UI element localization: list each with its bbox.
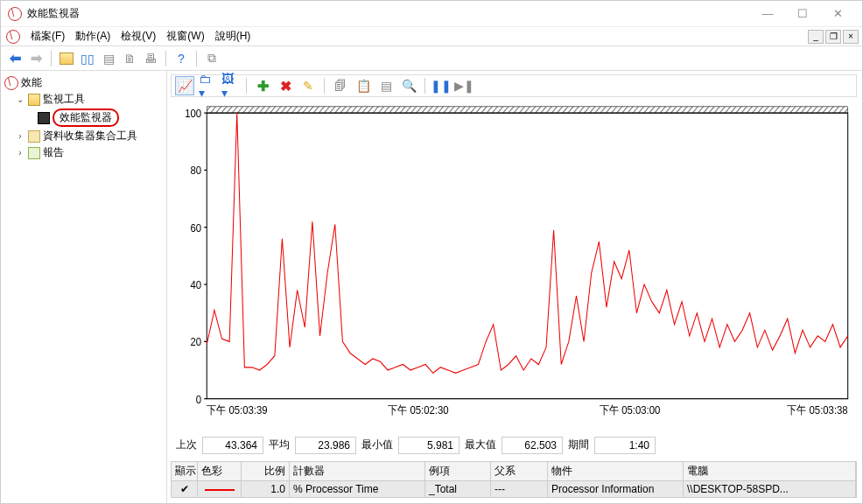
add-counter-button[interactable]: ✚ [253,76,272,95]
window-root: 效能監視器 — ☐ ✕ 檔案(F) 動作(A) 檢視(V) 視窗(W) 說明(H… [0,0,863,504]
chart-area[interactable]: 020406080100 下午 05:03:39下午 05:02:30下午 05… [171,102,857,430]
freeze-button[interactable]: ❚❚ [432,76,451,95]
paste-button[interactable]: 📋 [354,76,373,95]
sep-icon [51,51,52,66]
svg-text:下午 05:03:38: 下午 05:03:38 [787,403,847,416]
row-computer: \\DESKTOP-58SPD... [684,481,856,497]
menu-action[interactable]: 動作(A) [70,27,116,46]
tree-monitor-tools[interactable]: ⌄ 監視工具 [3,91,165,108]
counter-table[interactable]: 顯示 色彩 比例 計數器 例項 父系 物件 電腦 ✔ 1.0 % Process… [171,461,857,498]
stat-max-value: 62.503 [502,437,563,454]
col-parent[interactable]: 父系 [491,462,548,481]
svg-text:下午 05:03:00: 下午 05:03:00 [600,403,660,416]
delete-counter-button[interactable]: ✖ [276,76,295,95]
chart-type-button[interactable]: 🖼▾ [221,76,240,95]
tree-root[interactable]: 效能 [3,74,165,91]
folder-icon [28,94,40,106]
expand-icon[interactable]: › [15,131,25,141]
view-log-button[interactable]: 🗀▾ [198,76,217,95]
maximize-button[interactable]: ☐ [785,7,820,20]
perf-root-icon [4,76,18,90]
menu-bar: 檔案(F) 動作(A) 檢視(V) 視窗(W) 說明(H) _ ❐ × [1,27,862,46]
color-sample [205,489,235,491]
window-title: 效能監視器 [27,6,750,21]
show-hide-tree-button[interactable] [58,50,75,67]
svg-text:60: 60 [190,221,201,234]
minimize-button[interactable]: — [750,7,785,20]
tree-collector-label: 資料收集器集合工具 [43,129,137,144]
mdi-minimize[interactable]: _ [808,30,824,44]
stats-bar: 上次 43.364 平均 23.986 最小值 5.981 最大值 62.503… [171,436,857,454]
titlebar: 效能監視器 — ☐ ✕ [1,1,862,27]
stat-min-value: 5.981 [398,437,460,454]
menu-help[interactable]: 說明(H) [210,27,256,46]
svg-rect-1 [207,107,847,113]
stat-min-label: 最小值 [356,436,398,454]
highlight-button[interactable]: ✎ [298,76,318,95]
properties-button[interactable]: ▤ [376,76,396,95]
tree-perf-monitor-label: 效能監視器 [53,108,119,127]
svg-rect-0 [207,113,847,399]
menu-file[interactable]: 檔案(F) [25,27,70,46]
table-row[interactable]: ✔ 1.0 % Processor Time _Total --- Proces… [172,481,856,497]
sep-icon [424,78,425,94]
collector-icon [28,130,40,143]
tree-perf-monitor[interactable]: 效能監視器 [3,108,165,128]
help-button[interactable]: ? [172,50,190,67]
update-button[interactable]: ▶❚ [454,76,474,95]
nav-tree[interactable]: 效能 ⌄ 監視工具 效能監視器 › 資料收集器集合工具 › 報告 [1,71,167,503]
row-parent: --- [491,481,548,497]
row-color [198,481,242,497]
print-button[interactable]: 🖶 [142,50,159,67]
col-object[interactable]: 物件 [548,462,684,481]
main-panel: 📈 🗀▾ 🖼▾ ✚ ✖ ✎ 🗐 📋 ▤ 🔍 ❚❚ ▶❚ [167,71,862,503]
stat-last-value: 43.364 [202,437,263,454]
svg-text:100: 100 [185,107,201,120]
row-show-checkbox[interactable]: ✔ [172,481,198,497]
forward-button[interactable]: ➡ [27,50,45,67]
stat-avg-value: 23.986 [295,437,356,454]
col-show[interactable]: 顯示 [172,462,198,481]
view-current-button[interactable]: 📈 [175,76,194,95]
sep-icon [324,78,325,94]
app-icon-small [6,30,20,44]
sep-icon [246,78,247,94]
col-computer[interactable]: 電腦 [684,462,856,481]
svg-text:0: 0 [196,393,201,406]
svg-text:40: 40 [190,278,201,291]
collapse-icon[interactable]: ⌄ [15,94,25,104]
mdi-controls: _ ❐ × [806,30,859,44]
zoom-button[interactable]: 🔍 [399,76,418,95]
mdi-restore[interactable]: ❐ [825,30,841,44]
tree-report-label: 報告 [43,145,64,160]
copy-button[interactable]: 🗐 [331,76,350,95]
row-instance: _Total [425,481,491,497]
new-window-button[interactable]: ⧉ [203,50,221,67]
menu-window[interactable]: 視窗(W) [161,27,209,46]
row-object: Processor Information [548,481,684,497]
menu-view[interactable]: 檢視(V) [116,27,161,46]
expand-icon[interactable]: › [15,148,25,158]
mdi-close[interactable]: × [843,30,859,44]
svg-text:20: 20 [190,335,201,348]
row-scale: 1.0 [242,481,290,497]
col-counter[interactable]: 計數器 [290,462,425,481]
close-button[interactable]: ✕ [820,7,855,20]
tree-collector[interactable]: › 資料收集器集合工具 [3,128,165,144]
col-scale[interactable]: 比例 [242,462,290,481]
report-icon [28,147,40,159]
stat-avg-label: 平均 [263,436,295,454]
layout-button[interactable]: ▯▯ [79,50,96,67]
tree-monitor-tools-label: 監視工具 [43,92,85,107]
app-icon [8,7,22,21]
perfmon-icon [38,112,50,124]
tree-report[interactable]: › 報告 [3,144,165,161]
content-area: 效能 ⌄ 監視工具 效能監視器 › 資料收集器集合工具 › 報告 [1,71,862,503]
export-button[interactable]: 🗎 [121,50,138,67]
col-instance[interactable]: 例項 [425,462,491,481]
properties-button[interactable]: ▤ [100,50,117,67]
back-button[interactable]: ⬅ [6,50,24,67]
col-color[interactable]: 色彩 [198,462,242,481]
row-counter: % Processor Time [290,481,425,497]
sep-icon [165,51,166,66]
